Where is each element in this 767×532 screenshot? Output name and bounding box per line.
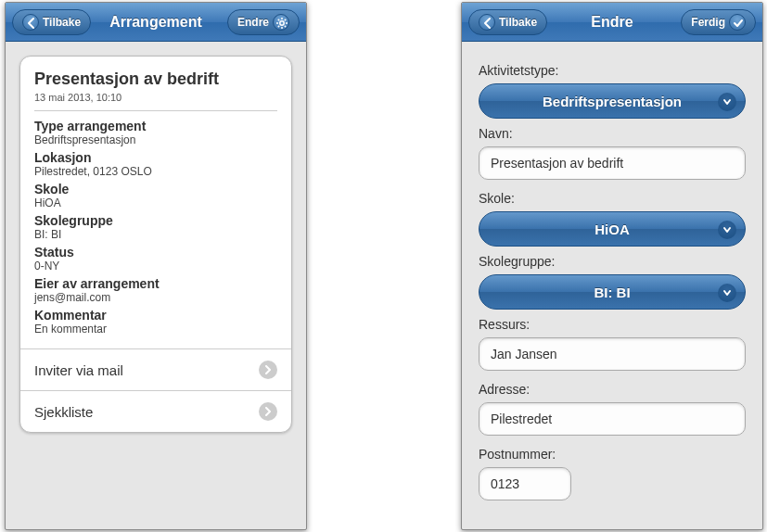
select-skolegruppe[interactable]: BI: BI	[479, 274, 746, 310]
check-icon	[729, 14, 746, 31]
page-title: Endre	[591, 14, 633, 31]
page-title: Arrangement	[109, 14, 202, 31]
form-content: Aktivitetstype: Bedriftspresentasjon Nav…	[462, 42, 762, 529]
field: SkolegruppeBI: BI	[34, 213, 277, 241]
input-adresse[interactable]	[479, 402, 746, 436]
input-postnummer[interactable]	[479, 467, 571, 500]
topbar: Tilbake Arrangement Endre	[6, 3, 306, 42]
field-label: Skolegruppe	[34, 213, 277, 228]
field-label: Status	[34, 245, 277, 260]
divider	[34, 110, 277, 111]
field-value: Pilestredet, 0123 OSLO	[34, 165, 277, 178]
chevron-down-icon	[718, 221, 736, 239]
field-label: Eier av arrangement	[34, 276, 277, 291]
edit-label: Endre	[237, 16, 269, 29]
list-item-label: Sjekkliste	[34, 404, 93, 420]
chevron-down-icon	[718, 93, 736, 111]
field-value: 0-NY	[34, 260, 277, 272]
svg-line-6	[285, 26, 286, 27]
done-button[interactable]: Ferdig	[681, 9, 756, 35]
field: Eier av arrangementjens@mail.com	[34, 276, 277, 304]
list-item-invite[interactable]: Inviter via mail	[20, 348, 291, 390]
content: Presentasjon av bedrift 13 mai 2013, 10:…	[6, 42, 306, 447]
field-value: Bedriftspresentasjon	[34, 133, 277, 146]
field-label: Skole	[34, 182, 277, 196]
list-item-label: Inviter via mail	[34, 362, 123, 378]
detail-card: Presentasjon av bedrift 13 mai 2013, 10:…	[19, 56, 292, 433]
topbar: Tilbake Endre Ferdig	[462, 3, 762, 42]
phone-view-edit: Tilbake Endre Ferdig Aktivitetstype: Bed…	[461, 2, 763, 530]
back-label: Tilbake	[43, 16, 81, 29]
chevron-down-icon	[718, 284, 736, 302]
svg-point-0	[280, 21, 284, 25]
label-aktivitetstype: Aktivitetstype:	[479, 63, 746, 78]
back-arrow-icon	[22, 14, 39, 31]
list-item-checklist[interactable]: Sjekkliste	[20, 390, 291, 432]
card-title: Presentasjon av bedrift	[34, 70, 277, 89]
svg-line-5	[278, 19, 279, 20]
back-arrow-icon	[479, 14, 495, 31]
select-value: Bedriftspresentasjon	[543, 94, 682, 109]
select-value: HiOA	[594, 222, 630, 237]
field-label: Type arrangement	[34, 119, 277, 133]
field-value: HiOA	[34, 196, 277, 209]
label-ressurs: Ressurs:	[479, 317, 746, 332]
chevron-right-icon	[259, 361, 277, 379]
gear-icon	[273, 14, 289, 31]
select-aktivitetstype[interactable]: Bedriftspresentasjon	[479, 83, 746, 119]
label-skolegruppe: Skolegruppe:	[479, 254, 746, 269]
field-value: jens@mail.com	[34, 291, 277, 304]
field-value: BI: BI	[34, 228, 277, 241]
select-value: BI: BI	[594, 285, 630, 300]
done-label: Ferdig	[691, 16, 725, 29]
label-navn: Navn:	[479, 126, 746, 141]
select-skole[interactable]: HiOA	[479, 211, 746, 247]
field-label: Kommentar	[34, 308, 277, 323]
phone-view-detail: Tilbake Arrangement Endre Presentasjon a…	[5, 2, 307, 530]
input-navn[interactable]	[479, 146, 746, 180]
edit-button[interactable]: Endre	[227, 9, 300, 35]
field: Status0-NY	[34, 245, 277, 272]
label-adresse: Adresse:	[479, 382, 746, 397]
back-button[interactable]: Tilbake	[468, 9, 547, 35]
back-button[interactable]: Tilbake	[12, 9, 91, 35]
card-subtitle: 13 mai 2013, 10:10	[34, 92, 277, 103]
chevron-right-icon	[259, 402, 277, 421]
field-label: Lokasjon	[34, 150, 277, 165]
field-value: En kommentar	[34, 323, 277, 336]
field: LokasjonPilestredet, 0123 OSLO	[34, 150, 277, 178]
back-label: Tilbake	[499, 16, 537, 29]
svg-line-7	[278, 26, 279, 27]
input-ressurs[interactable]	[479, 337, 746, 371]
label-postnummer: Postnummer:	[479, 447, 746, 462]
field: KommentarEn kommentar	[34, 308, 277, 336]
svg-line-8	[285, 19, 286, 20]
label-skole: Skole:	[479, 191, 746, 206]
field: SkoleHiOA	[34, 182, 277, 209]
field: Type arrangementBedriftspresentasjon	[34, 119, 277, 146]
